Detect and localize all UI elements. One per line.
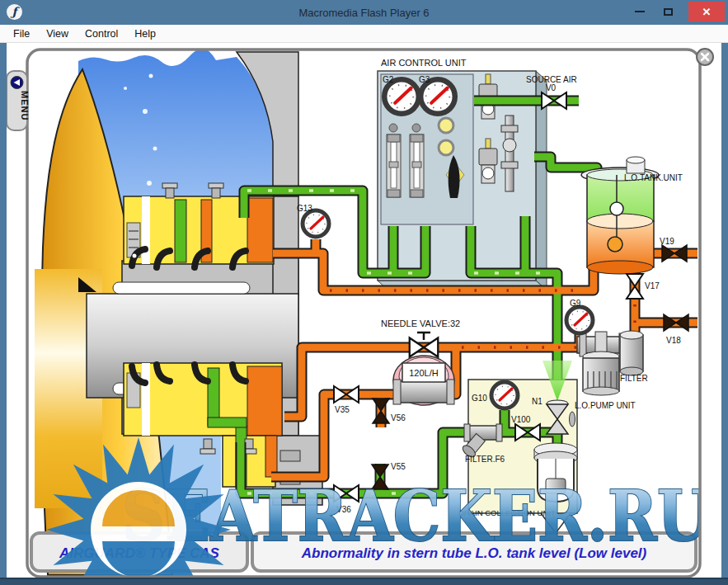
filter-label: FILTER — [620, 374, 648, 383]
n1-label: N1 — [532, 397, 542, 406]
gauge-g10 — [491, 382, 518, 408]
v56-label: V56 — [391, 413, 406, 422]
level-float-high — [610, 202, 623, 215]
stern-tube-seal-diagram: 120L/H — [7, 43, 721, 578]
titlebar: ƒ Macromedia Flash Player 6 ✕ — [0, 0, 728, 25]
g9-label: G9 — [570, 299, 581, 308]
flow-meter-120lh: 120L/H — [393, 356, 454, 405]
v55-label: V55 — [391, 462, 406, 471]
close-icon: ✕ — [702, 6, 712, 18]
oil-filter — [620, 331, 643, 375]
v0-label: V0 — [546, 83, 557, 92]
v18-label: V18 — [666, 336, 681, 345]
v19-label: V19 — [660, 237, 674, 246]
indicator-lamp-2 — [439, 140, 453, 155]
v17-label: V17 — [645, 281, 660, 290]
flash-player-window: ƒ Macromedia Flash Player 6 ✕ File View … — [0, 0, 728, 585]
gauge-g13 — [303, 210, 329, 237]
maximize-icon — [664, 8, 673, 16]
level-float-low — [608, 237, 622, 252]
window-bottom-edge — [0, 578, 728, 585]
flash-stage-area: 120L/H — [0, 43, 728, 578]
gauge-g3 — [420, 79, 455, 114]
menu-control[interactable]: Control — [77, 26, 126, 41]
close-button[interactable]: ✕ — [688, 2, 725, 21]
lo-pump-unit-label: L.O.PUMP UNIT — [575, 401, 636, 410]
indicator-lamp-1 — [439, 118, 453, 133]
v35-label: V35 — [335, 405, 350, 414]
window-title: Macromedia Flash Player 6 — [0, 7, 728, 19]
filter-f6-label: FILTER.F6 — [465, 455, 505, 464]
lo-tank-unit-label: L.O.TANK.UNIT — [624, 173, 683, 182]
v100-label: V100 — [511, 415, 531, 424]
g3-label: G3 — [419, 75, 430, 84]
menu-tab[interactable]: MENU — [7, 71, 30, 130]
flow-tube-2 — [410, 134, 424, 197]
stage-close-button[interactable] — [697, 49, 713, 65]
menu-help[interactable]: Help — [126, 26, 164, 41]
gauge-g2 — [384, 79, 419, 114]
menu-file[interactable]: File — [5, 26, 38, 41]
menu-view[interactable]: View — [38, 26, 77, 41]
air-control-unit-label: AIR CONTROL UNIT — [381, 58, 467, 68]
minimize-button[interactable] — [626, 1, 654, 22]
flow-rate-label: 120L/H — [409, 368, 439, 378]
watermark-text: SEATRACKER.RU — [122, 475, 709, 557]
needle-valve-label: NEEDLE VALVE:32 — [381, 318, 460, 328]
maximize-button[interactable] — [654, 1, 682, 22]
menu-bar: File View Control Help — [0, 25, 728, 43]
minimize-icon — [635, 11, 645, 12]
g13-label: G13 — [297, 204, 312, 213]
g10-label: G10 — [472, 394, 487, 403]
g2-label: G2 — [383, 75, 394, 84]
gauge-g9 — [566, 307, 593, 333]
menu-tab-label: MENU — [20, 91, 30, 120]
flow-tube-1 — [387, 134, 401, 197]
